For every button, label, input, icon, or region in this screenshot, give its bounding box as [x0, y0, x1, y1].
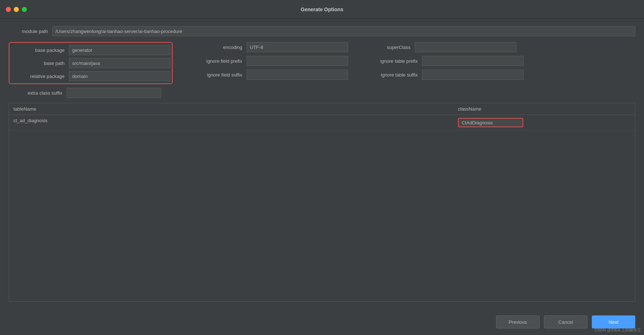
table-header-classname: className: [454, 103, 635, 115]
window-title: Generate Options: [301, 7, 343, 12]
ignore-table-prefix-label: ignore table prefix: [364, 58, 422, 64]
col1: base package base path relative package …: [9, 42, 173, 98]
main-window: Generate Options module path base packag…: [0, 0, 644, 335]
ignore-table-suffix-row: ignore table suffix: [364, 70, 524, 80]
base-package-label: base package: [11, 47, 69, 53]
relative-package-input[interactable]: [69, 71, 170, 81]
base-path-input[interactable]: [69, 58, 170, 68]
relative-package-label: relative package: [11, 74, 69, 79]
watermark: CSDN @IDEA 上的操作工: [594, 327, 641, 333]
relative-package-row: relative package: [11, 71, 170, 81]
classname-input[interactable]: [458, 118, 523, 127]
ignore-table-prefix-row: ignore table prefix: [364, 56, 524, 66]
ignore-table-suffix-input[interactable]: [422, 70, 524, 80]
bottom-bar: Previous Cancel Next: [0, 309, 644, 335]
highlighted-group: base package base path relative package: [9, 42, 173, 84]
maximize-button[interactable]: [22, 7, 27, 12]
traffic-lights: [6, 7, 27, 12]
cancel-button[interactable]: Cancel: [544, 315, 587, 328]
encoding-input[interactable]: [247, 42, 348, 52]
table-section: tableName className ct_ad_diagnosis: [9, 103, 635, 302]
ignore-field-suffix-label: ignore field suffix: [189, 72, 247, 78]
table-header: tableName className: [9, 103, 635, 115]
super-class-row: superClass: [364, 42, 524, 52]
base-path-label: base path: [11, 61, 69, 66]
base-path-row: base path: [11, 58, 170, 68]
col3: superClass ignore table prefix ignore ta…: [364, 42, 524, 98]
extra-class-suffix-row: extra class suffix: [9, 88, 173, 98]
previous-button[interactable]: Previous: [496, 315, 540, 328]
module-path-input[interactable]: [52, 26, 635, 36]
base-package-input[interactable]: [69, 45, 170, 55]
ignore-field-suffix-row: ignore field suffix: [189, 70, 348, 80]
module-path-label: module path: [9, 29, 52, 34]
ignore-field-suffix-input[interactable]: [247, 70, 348, 80]
table-cell-classname: [454, 115, 635, 130]
ignore-table-suffix-label: ignore table suffix: [364, 72, 422, 78]
module-path-row: module path: [9, 26, 635, 36]
form-grid-outer: base package base path relative package …: [9, 42, 635, 98]
super-class-label: superClass: [364, 45, 415, 50]
extra-class-suffix-label: extra class suffix: [9, 90, 67, 96]
ignore-field-prefix-label: ignore field prefix: [189, 58, 247, 64]
table-cell-tablename: ct_ad_diagnosis: [9, 115, 454, 130]
ignore-table-prefix-input[interactable]: [422, 56, 524, 66]
close-button[interactable]: [6, 7, 11, 12]
ignore-field-prefix-input[interactable]: [247, 56, 348, 66]
encoding-row: encoding: [189, 42, 348, 52]
title-bar: Generate Options: [0, 0, 644, 19]
encoding-label: encoding: [189, 45, 247, 50]
extra-class-suffix-input[interactable]: [67, 88, 161, 98]
minimize-button[interactable]: [14, 7, 19, 12]
base-package-row: base package: [11, 45, 170, 55]
table-header-tablename: tableName: [9, 103, 454, 115]
col2: encoding ignore field prefix ignore fiel…: [189, 42, 348, 98]
next-button[interactable]: Next: [592, 315, 635, 328]
table-row: ct_ad_diagnosis: [9, 115, 635, 131]
ignore-field-prefix-row: ignore field prefix: [189, 56, 348, 66]
super-class-input[interactable]: [415, 42, 516, 52]
content-area: module path base package base path: [0, 19, 644, 309]
